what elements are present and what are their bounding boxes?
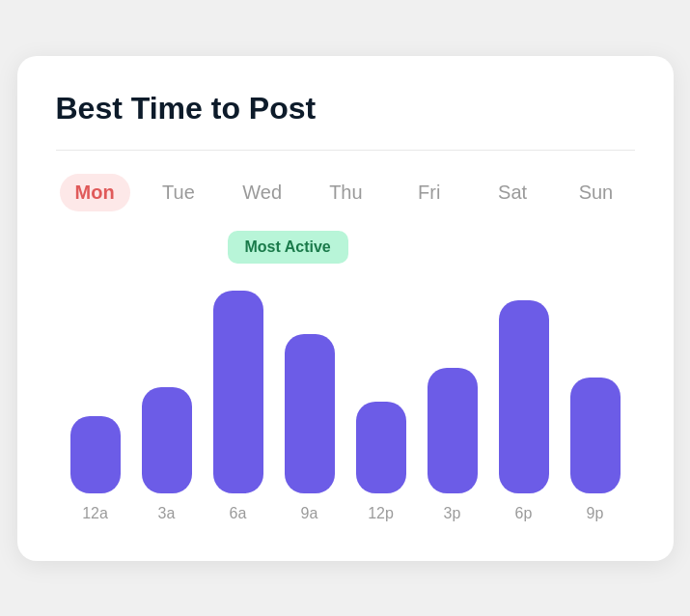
day-tab-mon[interactable]: Mon: [60, 174, 130, 211]
most-active-badge: Most Active: [228, 231, 348, 264]
best-time-card: Best Time to Post MonTueWedThuFriSatSun …: [17, 56, 674, 561]
day-tab-fri[interactable]: Fri: [395, 174, 464, 211]
time-label-9p: 9p: [560, 505, 631, 522]
bar-col-9a: [274, 334, 345, 493]
bar-9a: [285, 334, 335, 493]
bar-col-6p: [488, 300, 560, 493]
bar-12a: [70, 416, 121, 493]
time-label-12a: 12a: [60, 505, 131, 522]
bar-3p: [428, 368, 478, 493]
day-tab-tue[interactable]: Tue: [144, 174, 213, 211]
time-label-6a: 6a: [203, 505, 274, 522]
bar-col-9p: [560, 378, 631, 493]
bar-col-6a: [203, 291, 274, 493]
time-label-6p: 6p: [488, 505, 560, 522]
bar-3a: [142, 387, 192, 493]
day-tabs: MonTueWedThuFriSatSun: [56, 174, 635, 211]
time-labels: 12a3a6a9a12p3p6p9p: [56, 493, 635, 522]
day-tab-sun[interactable]: Sun: [561, 174, 630, 211]
bar-9p: [570, 378, 621, 493]
time-label-3a: 3a: [131, 505, 203, 522]
chart-wrapper: Most Active 12a3a6a9a12p3p6p9p: [56, 242, 635, 522]
time-label-3p: 3p: [417, 505, 488, 522]
bar-6p: [499, 300, 549, 493]
day-tab-wed[interactable]: Wed: [227, 174, 297, 211]
divider: [56, 150, 635, 151]
bar-col-12p: [345, 402, 417, 493]
day-tab-thu[interactable]: Thu: [311, 174, 380, 211]
day-tab-sat[interactable]: Sat: [478, 174, 547, 211]
bars-container: [56, 242, 635, 493]
bar-6a: [213, 291, 263, 493]
bar-col-3a: [131, 387, 203, 493]
page-title: Best Time to Post: [56, 91, 635, 126]
time-label-12p: 12p: [345, 505, 417, 522]
bar-col-12a: [60, 416, 131, 493]
bar-col-3p: [417, 368, 488, 493]
time-label-9a: 9a: [274, 505, 345, 522]
bar-12p: [356, 402, 406, 493]
